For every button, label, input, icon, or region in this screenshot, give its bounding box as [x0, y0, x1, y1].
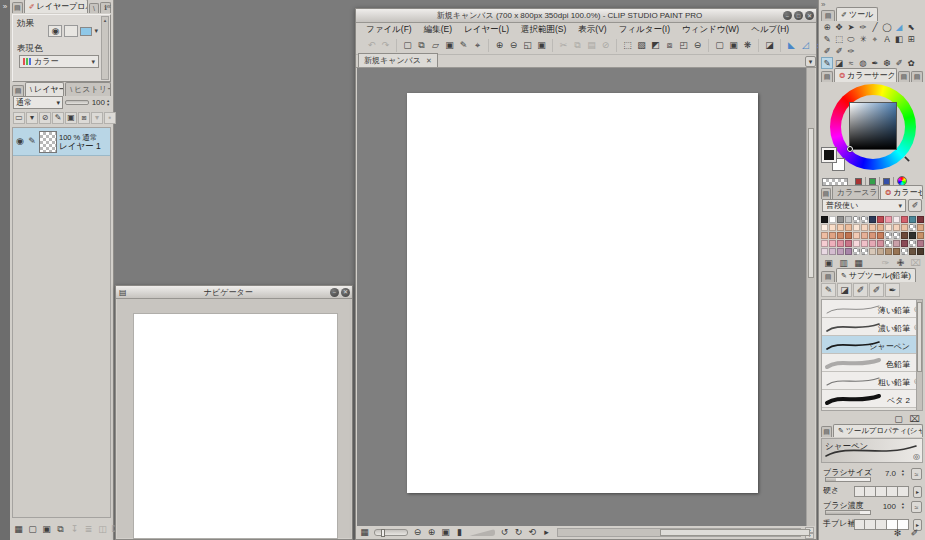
- tab-overflow-icon[interactable]: ▾: [805, 56, 816, 67]
- swatch-2-12[interactable]: [917, 232, 924, 239]
- pencil-tool-icon[interactable]: ✎: [821, 57, 833, 69]
- navigator-minimize-button[interactable]: −: [330, 288, 339, 297]
- statusbar-expand-icon[interactable]: ▸: [540, 526, 553, 539]
- panel-menu-icon[interactable]: ▤: [821, 188, 831, 199]
- swatch-0-8[interactable]: [885, 216, 892, 223]
- swatch-0-11[interactable]: [909, 216, 916, 223]
- swatch-4-10[interactable]: [901, 248, 908, 255]
- swatch-2-11[interactable]: [909, 232, 916, 239]
- panel-menu-icon[interactable]: ▤: [12, 2, 23, 13]
- swatch-1-6[interactable]: [869, 224, 876, 231]
- snap-special-ruler-icon[interactable]: ◿: [799, 39, 812, 52]
- left-dock-strip[interactable]: »: [0, 0, 10, 540]
- swatch-4-5[interactable]: [861, 248, 868, 255]
- expand-selection-icon[interactable]: ⧈: [663, 39, 676, 52]
- vertical-scroll-thumb[interactable]: [808, 128, 814, 278]
- swatch-4-4[interactable]: [853, 248, 860, 255]
- property-slider[interactable]: [825, 510, 871, 515]
- reset-view-icon[interactable]: ⟲: [526, 526, 539, 539]
- segment-2[interactable]: [876, 486, 887, 497]
- figure-tool-icon[interactable]: ✿: [905, 57, 917, 69]
- swatch-1-0[interactable]: [821, 224, 828, 231]
- menu-item-3[interactable]: 選択範囲(S): [521, 24, 566, 36]
- swatch-4-2[interactable]: [837, 248, 844, 255]
- swatch-0-0[interactable]: [821, 216, 828, 223]
- selection-launcher-icon[interactable]: ⊖: [691, 39, 704, 52]
- swatch-4-0[interactable]: [821, 248, 828, 255]
- pixel-view-icon[interactable]: ▮: [453, 526, 466, 539]
- layer-thumbnail[interactable]: [39, 131, 57, 153]
- swatch-3-7[interactable]: [877, 240, 884, 247]
- actual-pixels-icon[interactable]: ▣: [535, 39, 548, 52]
- layer-color-icon[interactable]: [80, 27, 92, 36]
- select-all-icon[interactable]: ⬚: [621, 39, 634, 52]
- brush-tool-icon[interactable]: ✐: [821, 45, 833, 57]
- zoom-bar-icon[interactable]: ▦: [358, 526, 371, 539]
- swatch-2-3[interactable]: [845, 232, 852, 239]
- swatch-2-9[interactable]: [893, 232, 900, 239]
- property-scrollbar[interactable]: ▴: [101, 16, 109, 80]
- swatch-0-2[interactable]: [837, 216, 844, 223]
- cursor-tool-icon[interactable]: ⬉: [905, 21, 917, 33]
- tab-color-set[interactable]: ❂ カラーセット: [880, 185, 923, 199]
- segment-1[interactable]: [865, 519, 876, 530]
- pencil-group-icon[interactable]: ✎: [821, 283, 836, 297]
- navigator-titlebar[interactable]: ▤ ナビゲーター − ✕: [116, 286, 352, 299]
- swatch-3-0[interactable]: [821, 240, 828, 247]
- quick-new-layer-icon[interactable]: ▢: [713, 39, 726, 52]
- watercolor-group-icon[interactable]: ✐: [869, 283, 884, 297]
- swatch-1-12[interactable]: [917, 224, 924, 231]
- border-effect-icon[interactable]: ◉: [48, 25, 62, 37]
- fit-screen-icon[interactable]: ▣: [439, 526, 452, 539]
- hue-marker[interactable]: [904, 156, 910, 162]
- invert-selection-icon[interactable]: ◩: [649, 39, 662, 52]
- swatch-0-3[interactable]: [845, 216, 852, 223]
- color-set-preset-select[interactable]: 普段使い▾: [822, 199, 906, 212]
- swatch-2-7[interactable]: [877, 232, 884, 239]
- swatch-0-10[interactable]: [901, 216, 908, 223]
- swatch-3-3[interactable]: [845, 240, 852, 247]
- new-canvas-icon[interactable]: ▢: [401, 39, 414, 52]
- swatch-3-11[interactable]: [909, 240, 916, 247]
- new-layer-icon[interactable]: ▢: [26, 523, 39, 536]
- close-tab-icon[interactable]: ✕: [426, 57, 432, 65]
- canvas-tab[interactable]: 新規キャンバス ✕: [358, 53, 438, 67]
- swatch-0-12[interactable]: [917, 216, 924, 223]
- fit-to-window-icon[interactable]: ◱: [521, 39, 534, 52]
- tone-effect-icon[interactable]: [64, 25, 78, 37]
- saturation-value-box[interactable]: [849, 102, 897, 150]
- ruler-tool-icon[interactable]: ◢: [893, 21, 905, 33]
- menu-item-4[interactable]: 表示(V): [578, 24, 606, 36]
- zoom-out-icon[interactable]: ⊖: [507, 39, 520, 52]
- tab-subtool[interactable]: ✎ サブツール(鉛筆): [836, 268, 916, 282]
- tab-tool[interactable]: ✐ ツール: [836, 7, 878, 21]
- eraser-group-icon[interactable]: ◪: [837, 283, 852, 297]
- subtool-item-4[interactable]: 粗い鉛筆◎: [822, 372, 922, 390]
- swatch-3-1[interactable]: [829, 240, 836, 247]
- swatch-4-7[interactable]: [877, 248, 884, 255]
- operation-tool-icon[interactable]: ⌖: [869, 33, 881, 45]
- close-button[interactable]: ✕: [805, 11, 814, 20]
- swatch-4-9[interactable]: [893, 248, 900, 255]
- tab-layer-property[interactable]: ✐ レイヤープロパティ: [24, 0, 88, 13]
- swatch-4-8[interactable]: [885, 248, 892, 255]
- swatch-4-6[interactable]: [869, 248, 876, 255]
- menu-item-5[interactable]: フィルター(I): [619, 24, 670, 36]
- move-tool-icon[interactable]: ✥: [833, 21, 845, 33]
- expand-dock-icon[interactable]: »: [3, 2, 7, 11]
- swatch-1-1[interactable]: [829, 224, 836, 231]
- swatch-1-8[interactable]: [885, 224, 892, 231]
- property-value[interactable]: 100: [878, 502, 896, 511]
- marquee-select-icon[interactable]: ⬚: [833, 33, 845, 45]
- edit-color-set-icon[interactable]: ✐: [908, 199, 922, 212]
- pass-through-icon[interactable]: ⊘: [39, 112, 51, 124]
- layer-name[interactable]: レイヤー 1: [59, 142, 101, 151]
- subtool-scrollbar[interactable]: [916, 300, 922, 410]
- subtool-item-1[interactable]: 濃い鉛筆◎: [822, 318, 922, 336]
- rotate-cw-icon[interactable]: ↻: [512, 526, 525, 539]
- layer-color-arrow-icon[interactable]: ▾: [94, 27, 98, 35]
- swatch-4-1[interactable]: [829, 248, 836, 255]
- property-stepper[interactable]: ▴▾: [902, 469, 904, 476]
- tab-tool-property[interactable]: ✎ ツールプロパティ(シャーペン): [833, 424, 923, 437]
- brush-group-icon[interactable]: ✐: [853, 283, 868, 297]
